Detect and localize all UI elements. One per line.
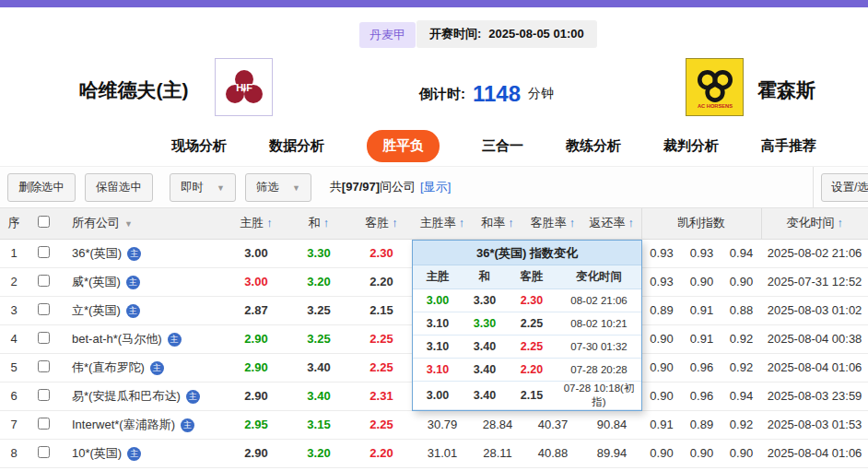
- draw-odds: 3.15: [287, 410, 350, 439]
- filter-dropdown[interactable]: 筛选▼: [245, 173, 311, 202]
- instant-dropdown[interactable]: 即时▼: [170, 173, 236, 202]
- settings-area: 设置/选: [813, 167, 868, 207]
- countdown-value: 1148: [473, 81, 521, 106]
- col-header-change-time[interactable]: 变化时间↑: [761, 208, 868, 239]
- kelly-away: 0.92: [721, 324, 761, 353]
- company-name[interactable]: Interwet*(塞浦路斯): [72, 418, 175, 431]
- kelly-away: 0.92: [721, 353, 761, 382]
- company-name[interactable]: bet-at-h*(马尔他): [72, 332, 162, 346]
- col-header-change-time-label: 变化时间: [787, 216, 835, 230]
- change-time: 2025-08-03 01:53: [761, 410, 868, 439]
- league-badge[interactable]: 丹麦甲: [359, 22, 416, 48]
- popup-row: 3.00 3.40 2.15 07-28 10:18(初指): [413, 381, 641, 409]
- company-name[interactable]: 威*(英国): [72, 275, 121, 288]
- row-checkbox[interactable]: [38, 303, 50, 315]
- company-home-badge-icon[interactable]: 主: [181, 418, 194, 432]
- away-odds: 2.31: [350, 382, 413, 410]
- col-header-home-odds[interactable]: 主胜↑: [225, 208, 287, 239]
- col-header-home-rate[interactable]: 主胜率↑: [413, 208, 472, 239]
- toolbar: 删除选中 保留选中 即时▼ 筛选▼ 共[97/97]间公司 [显示] 设置/选: [0, 167, 868, 208]
- away-win-rate: 40.88: [523, 439, 582, 467]
- change-time: 2025-08-04 00:38: [761, 324, 868, 353]
- row-checkbox[interactable]: [38, 275, 50, 287]
- draw-odds: 3.30: [287, 239, 350, 267]
- company-cell: Interwet*(塞浦路斯)主: [59, 410, 225, 439]
- popup-away-odds: 2.15: [507, 381, 557, 409]
- away-team-logo: AC HORSENS: [686, 58, 744, 116]
- odds-table-row: 8 10*(英国)主 2.90 3.20 2.20 31.01 28.11 40…: [0, 439, 868, 467]
- top-accent-bar: [0, 0, 868, 7]
- company-home-badge-icon[interactable]: 主: [127, 247, 141, 261]
- tab-coach-analysis[interactable]: 教练分析: [566, 137, 621, 155]
- settings-button[interactable]: 设置/选: [821, 173, 868, 202]
- keep-selected-button[interactable]: 保留选中: [85, 173, 153, 202]
- company-filter-caret-icon[interactable]: ▼: [124, 219, 133, 229]
- popup-home-odds: 3.10: [413, 358, 463, 381]
- draw-odds: 3.20: [287, 439, 350, 467]
- sort-asc-icon: ↑: [459, 216, 465, 230]
- company-home-badge-icon[interactable]: 主: [186, 390, 200, 404]
- home-team-logo: HIF: [215, 58, 273, 116]
- draw-odds: 3.40: [287, 353, 350, 382]
- col-header-draw-rate[interactable]: 和率↑: [472, 208, 523, 239]
- kelly-away: 0.90: [721, 439, 761, 467]
- home-win-rate: 30.79: [413, 410, 472, 439]
- col-header-payout-rate[interactable]: 返还率↑: [582, 208, 641, 239]
- kelly-draw: 0.96: [682, 382, 721, 410]
- company-home-badge-icon[interactable]: 主: [126, 276, 140, 289]
- company-home-badge-icon[interactable]: 主: [150, 361, 164, 375]
- tab-win-draw-lose[interactable]: 胜平负: [367, 130, 440, 162]
- chevron-down-icon: ▼: [292, 183, 300, 193]
- company-count-value: [97/97]: [342, 180, 380, 194]
- kelly-away: 0.94: [721, 239, 761, 267]
- company-name[interactable]: 易*(安提瓜和巴布达): [72, 389, 181, 403]
- row-checkbox[interactable]: [38, 332, 50, 344]
- company-home-badge-icon[interactable]: 主: [127, 447, 141, 461]
- sort-asc-icon: ↑: [323, 216, 330, 230]
- col-header-home-label: 主胜: [240, 216, 264, 230]
- col-header-company[interactable]: 所有公司▼: [59, 208, 225, 239]
- company-name[interactable]: 36*(英国): [72, 246, 122, 260]
- instant-dropdown-label: 即时: [181, 181, 204, 194]
- col-header-away-odds[interactable]: 客胜↑: [350, 208, 413, 239]
- filter-dropdown-label: 筛选: [256, 181, 279, 194]
- kelly-draw: 0.91: [682, 324, 721, 353]
- col-header-draw-odds[interactable]: 和↑: [287, 208, 350, 239]
- row-checkbox[interactable]: [38, 446, 50, 458]
- payout-rate: 90.84: [582, 410, 641, 439]
- tab-live-analysis[interactable]: 现场分析: [171, 137, 227, 155]
- select-all-checkbox[interactable]: [38, 216, 50, 228]
- tab-three-in-one[interactable]: 三合一: [482, 137, 523, 155]
- company-home-badge-icon[interactable]: 主: [168, 333, 182, 347]
- popup-col-home-label: 主胜: [427, 270, 450, 283]
- away-odds: 2.25: [350, 353, 413, 382]
- col-header-away-rate[interactable]: 客胜率↑: [523, 208, 582, 239]
- tab-data-analysis[interactable]: 数据分析: [269, 137, 324, 155]
- popup-col-draw-label: 和: [479, 270, 491, 283]
- company-home-badge-icon[interactable]: 主: [126, 304, 140, 318]
- tab-expert-recommend[interactable]: 高手推荐: [761, 137, 816, 155]
- show-link[interactable]: [显示]: [420, 179, 451, 195]
- row-checkbox-cell: [28, 382, 59, 410]
- company-name[interactable]: 伟*(直布罗陀): [72, 360, 145, 374]
- company-name[interactable]: 立*(英国): [72, 303, 121, 317]
- popup-away-odds: 2.30: [507, 288, 557, 312]
- row-checkbox[interactable]: [38, 389, 50, 401]
- col-header-index: 序: [0, 208, 28, 239]
- company-name[interactable]: 10*(英国): [72, 446, 122, 460]
- kelly-away: 0.92: [721, 410, 761, 439]
- popup-draw-odds: 3.30: [463, 312, 507, 335]
- popup-row: 3.10 3.40 2.20 07-28 20:28: [413, 358, 641, 381]
- home-odds: 3.00: [225, 239, 287, 267]
- tab-referee-analysis[interactable]: 裁判分析: [663, 137, 719, 155]
- change-time: 2025-08-04 01:06: [761, 439, 868, 467]
- company-cell: 易*(安提瓜和巴布达)主: [59, 382, 225, 410]
- row-checkbox[interactable]: [38, 360, 50, 372]
- row-checkbox-cell: [28, 353, 59, 382]
- delete-selected-button[interactable]: 删除选中: [7, 173, 76, 202]
- draw-rate: 28.84: [472, 410, 523, 439]
- away-team-crest-icon: AC HORSENS: [692, 65, 738, 111]
- row-checkbox[interactable]: [38, 246, 50, 258]
- row-checkbox-cell: [28, 296, 59, 324]
- row-checkbox[interactable]: [38, 418, 50, 430]
